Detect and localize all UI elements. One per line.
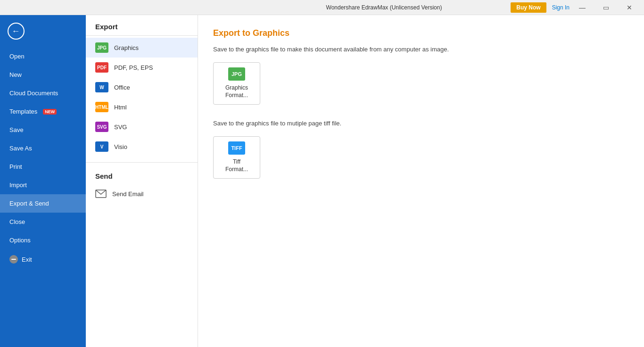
restore-button[interactable]: ▭ (595, 0, 617, 15)
window-title: Wondershare EdrawMax (Unlicensed Version… (257, 4, 511, 11)
sidebar-item-close[interactable]: Close (0, 213, 86, 231)
sidebar-item-save-as[interactable]: Save As (0, 139, 86, 157)
export-item-office[interactable]: W Office (86, 77, 198, 97)
graphics-format-icon-text: JPG (231, 71, 242, 77)
sidebar: ← Open New Cloud Documents Templates NEW… (0, 15, 86, 347)
tiff-format-icon: TIFF (228, 141, 245, 155)
visio-icon: V (95, 141, 108, 152)
back-circle[interactable]: ← (8, 23, 25, 40)
back-arrow-icon: ← (12, 26, 20, 36)
send-email-label: Send Email (112, 190, 143, 198)
format-cards-row2: TIFF TiffFormat... (213, 136, 629, 179)
graphics-label: Graphics (114, 44, 139, 51)
sidebar-menu: Open New Cloud Documents Templates NEW S… (0, 47, 86, 347)
sidebar-label-options: Options (9, 237, 31, 244)
close-button[interactable]: ✕ (619, 0, 640, 15)
sidebar-back-button[interactable]: ← (0, 15, 86, 47)
sidebar-label-print: Print (9, 163, 22, 170)
sidebar-label-export-send: Export & Send (9, 200, 49, 207)
sidebar-item-options[interactable]: Options (0, 231, 86, 249)
content-desc1: Save to the graphics file to make this d… (213, 46, 629, 53)
sidebar-label-cloud-documents: Cloud Documents (9, 90, 58, 97)
export-item-pdf[interactable]: PDF PDF, PS, EPS (86, 58, 198, 77)
office-label: Office (114, 84, 130, 91)
pdf-label: PDF, PS, EPS (114, 64, 153, 71)
html-label: Html (114, 104, 127, 111)
tiff-format-card[interactable]: TIFF TiffFormat... (213, 136, 260, 179)
sidebar-label-exit: Exit (22, 256, 32, 263)
html-icon: HTML (95, 102, 108, 112)
sidebar-item-save[interactable]: Save (0, 121, 86, 139)
content-desc2: Save to the graphics file to mutiple pag… (213, 120, 629, 127)
sidebar-label-templates: Templates (9, 108, 37, 115)
sidebar-label-save: Save (9, 126, 24, 133)
minimize-button[interactable]: — (571, 0, 593, 15)
svg-label: SVG (114, 124, 127, 131)
sidebar-item-templates[interactable]: Templates NEW (0, 102, 86, 121)
pdf-icon: PDF (95, 62, 108, 73)
exit-line-icon (11, 259, 16, 260)
sidebar-item-export-send[interactable]: Export & Send (0, 194, 86, 213)
sidebar-item-print[interactable]: Print (0, 157, 86, 176)
sidebar-item-exit[interactable]: Exit (0, 249, 86, 269)
email-icon (95, 190, 107, 198)
tiff-format-icon-text: TIFF (231, 145, 242, 151)
format-cards-row1: JPG GraphicsFormat... (213, 62, 629, 105)
send-divider (86, 162, 198, 163)
sidebar-label-import: Import (9, 182, 27, 189)
sidebar-label-save-as: Save As (9, 145, 32, 152)
title-bar: Wondershare EdrawMax (Unlicensed Version… (0, 0, 644, 15)
sidebar-label-open: Open (9, 53, 25, 60)
export-item-html[interactable]: HTML Html (86, 97, 198, 117)
graphics-format-card[interactable]: JPG GraphicsFormat... (213, 62, 260, 105)
sidebar-label-new: New (9, 71, 22, 78)
buy-now-button[interactable]: Buy Now (511, 2, 546, 13)
templates-new-badge: NEW (43, 109, 57, 115)
sidebar-item-open[interactable]: Open (0, 47, 86, 66)
main-content: Export to Graphics Save to the graphics … (198, 15, 644, 347)
content-title: Export to Graphics (213, 28, 629, 38)
svg-icon: SVG (95, 122, 108, 132)
exit-with-icon: Exit (9, 255, 32, 264)
visio-label: Visio (114, 143, 127, 150)
export-item-svg[interactable]: SVG SVG (86, 117, 198, 137)
visio-icon-text: V (100, 144, 104, 149)
sidebar-item-cloud-documents[interactable]: Cloud Documents (0, 84, 86, 102)
office-icon: W (95, 82, 108, 92)
export-section-header: Export (86, 15, 198, 35)
html-icon-text: HTML (95, 105, 108, 110)
graphics-format-icon: JPG (228, 67, 245, 81)
pdf-icon-text: PDF (97, 65, 107, 70)
graphics-icon-text: JPG (97, 45, 107, 50)
sign-in-link[interactable]: Sign In (552, 4, 570, 11)
send-email-item[interactable]: Send Email (86, 185, 198, 203)
export-item-visio[interactable]: V Visio (86, 137, 198, 157)
sidebar-item-import[interactable]: Import (0, 176, 86, 194)
svg-icon-text: SVG (97, 124, 107, 130)
exit-circle-icon (9, 255, 18, 264)
sidebar-label-close: Close (9, 218, 25, 225)
tiff-format-label: TiffFormat... (225, 158, 248, 173)
export-divider (86, 35, 198, 36)
title-bar-controls: Buy Now Sign In — ▭ ✕ (511, 0, 640, 15)
sidebar-item-new[interactable]: New (0, 66, 86, 84)
middle-panel: Export JPG Graphics PDF PDF, PS, EPS W O… (86, 15, 198, 347)
export-item-graphics[interactable]: JPG Graphics (86, 38, 198, 58)
office-icon-text: W (99, 85, 104, 90)
app-body: ← Open New Cloud Documents Templates NEW… (0, 15, 644, 347)
graphics-format-label: GraphicsFormat... (225, 84, 248, 99)
graphics-icon: JPG (95, 42, 108, 53)
send-section-header: Send (86, 165, 198, 185)
